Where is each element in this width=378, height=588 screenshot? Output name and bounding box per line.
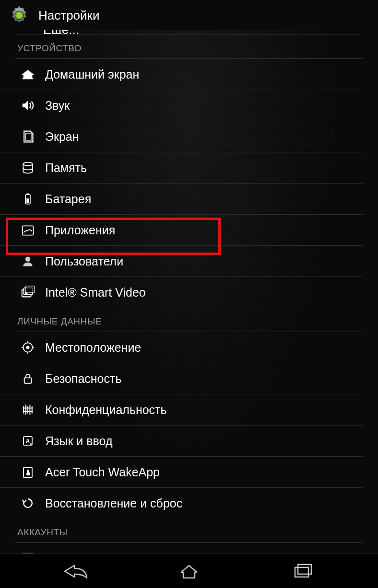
item-sound[interactable]: Звук xyxy=(0,90,363,121)
item-apps[interactable]: Приложения xyxy=(0,215,363,246)
touch-icon xyxy=(19,463,36,481)
svg-rect-3 xyxy=(26,133,31,140)
item-label: Память xyxy=(45,161,87,175)
item-label: Acer Touch WakeApp xyxy=(45,465,160,479)
item-label: Домашний экран xyxy=(45,68,139,81)
svg-rect-12 xyxy=(25,286,35,293)
svg-point-4 xyxy=(23,162,32,166)
svg-point-9 xyxy=(25,256,31,262)
item-google[interactable]: g Google xyxy=(0,543,363,553)
restore-icon xyxy=(19,495,36,512)
item-language-input[interactable]: A Язык и ввод xyxy=(0,426,363,457)
svg-point-14 xyxy=(26,346,30,349)
item-label: Звук xyxy=(45,99,70,113)
section-header-personal: ЛИЧНЫЕ ДАННЫЕ xyxy=(0,308,378,332)
location-icon xyxy=(19,339,36,356)
nav-back-button[interactable] xyxy=(37,557,114,586)
item-acer-touch-wakeapp[interactable]: Acer Touch WakeApp xyxy=(0,457,363,488)
svg-point-29 xyxy=(30,443,32,445)
section-header-device: УСТРОЙСТВО xyxy=(0,35,378,58)
nav-recent-button[interactable] xyxy=(264,557,341,586)
item-location[interactable]: Местоположение xyxy=(0,332,363,363)
item-label: Intel® Smart Video xyxy=(45,286,146,300)
gear-icon xyxy=(8,4,31,27)
item-label: Безопасность xyxy=(45,372,121,386)
google-icon: g xyxy=(19,550,36,553)
privacy-icon xyxy=(19,401,36,418)
svg-text:A: A xyxy=(26,438,30,445)
display-icon xyxy=(19,128,36,145)
nav-bar xyxy=(0,553,378,588)
users-icon xyxy=(19,253,36,270)
item-battery[interactable]: Батарея xyxy=(0,184,363,215)
item-label: Восстановление и сброс xyxy=(45,496,182,510)
svg-rect-19 xyxy=(24,378,32,383)
cut-off-item[interactable]: Ещё... xyxy=(17,30,361,35)
item-label: Язык и ввод xyxy=(45,434,113,448)
svg-rect-7 xyxy=(26,198,29,203)
item-backup-reset[interactable]: Восстановление и сброс xyxy=(0,488,363,519)
item-label: Экран xyxy=(45,130,79,144)
lock-icon xyxy=(19,370,36,387)
apps-icon xyxy=(19,221,36,239)
item-storage[interactable]: Память xyxy=(0,152,363,184)
svg-point-1 xyxy=(17,13,22,18)
svg-rect-2 xyxy=(23,78,34,80)
page-title: Настройки xyxy=(38,8,100,23)
video-stack-icon xyxy=(19,284,36,301)
svg-rect-34 xyxy=(298,565,311,574)
item-label: Пользователи xyxy=(45,254,123,268)
storage-icon xyxy=(19,159,36,176)
item-home-screen[interactable]: Домашний экран xyxy=(0,59,363,90)
nav-home-button[interactable] xyxy=(151,557,227,586)
settings-list: Ещё... УСТРОЙСТВО Домашний экран Звук Эк… xyxy=(0,30,378,553)
item-label: Приложения xyxy=(45,223,115,237)
item-privacy[interactable]: Конфиденциальность xyxy=(0,394,363,426)
item-security[interactable]: Безопасность xyxy=(0,363,363,394)
item-intel-smart-video[interactable]: Intel® Smart Video xyxy=(0,277,363,308)
section-header-accounts: АККАУНТЫ xyxy=(0,519,378,542)
svg-rect-6 xyxy=(27,194,29,195)
item-label: Местоположение xyxy=(45,341,141,355)
item-users[interactable]: Пользователи xyxy=(0,246,363,277)
item-display[interactable]: Экран xyxy=(0,121,363,152)
home-icon xyxy=(19,66,36,83)
sound-icon xyxy=(19,97,36,114)
battery-icon xyxy=(19,190,36,208)
app-header: Настройки xyxy=(0,0,378,33)
language-icon: A xyxy=(19,432,36,450)
item-label: Конфиденциальность xyxy=(45,403,167,417)
svg-rect-33 xyxy=(295,567,308,577)
item-label: Батарея xyxy=(45,192,91,206)
